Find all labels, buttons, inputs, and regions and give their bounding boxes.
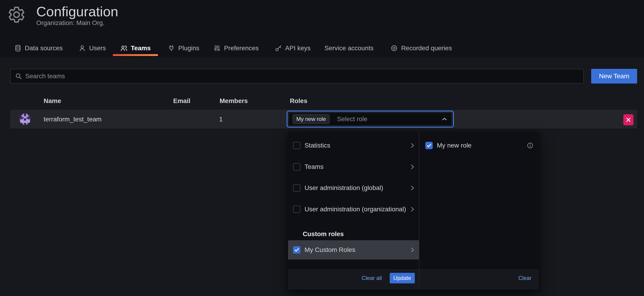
menu-item-statistics[interactable]: Statistics (288, 136, 419, 155)
record-icon (390, 44, 398, 52)
tab-data-sources[interactable]: Data sources (7, 39, 70, 57)
checkbox-unchecked[interactable] (293, 163, 300, 171)
update-button[interactable]: Update (390, 273, 415, 283)
checkbox-unchecked[interactable] (293, 184, 300, 192)
search-field[interactable] (25, 72, 580, 80)
active-tab-underline (113, 54, 158, 56)
tab-plugins[interactable]: Plugins (160, 39, 207, 57)
dropdown-body: Statistics Teams User administration (gl… (288, 132, 539, 269)
custom-roles-group-header: Custom roles (303, 230, 344, 238)
tab-service-accounts[interactable]: Service accounts (317, 39, 381, 57)
tab-label: API keys (285, 44, 310, 52)
menu-item-label: Statistics (304, 142, 411, 149)
menu-item-user-admin-global[interactable]: User administration (global) (288, 178, 419, 198)
info-icon[interactable] (527, 142, 533, 149)
menu-item-label: Teams (304, 163, 411, 171)
check-icon (426, 143, 432, 148)
menu-item-label: User administration (organizational) (304, 206, 411, 213)
user-icon (78, 44, 86, 52)
menu-item-label: My Custom Roles (304, 246, 411, 254)
dropdown-footer-left: Clear all Update (288, 273, 419, 283)
chevron-up-icon[interactable] (442, 117, 447, 121)
grafana-teams-page: Configuration Organization: Main Org. Da… (0, 0, 644, 296)
plug-icon (168, 44, 175, 52)
selected-role-tag-label: My new role (296, 116, 326, 122)
team-avatar (19, 113, 31, 125)
tab-label: Preferences (224, 44, 258, 52)
sliders-icon (213, 44, 221, 52)
tab-label: Plugins (178, 44, 199, 52)
chevron-right-icon (411, 247, 414, 252)
role-picker-input[interactable]: My new role Select role (288, 112, 452, 126)
clear-button[interactable]: Clear (518, 275, 532, 281)
tab-users[interactable]: Users (71, 39, 113, 57)
chevron-right-icon (411, 185, 414, 190)
new-team-button[interactable]: New Team (591, 69, 637, 83)
column-header-roles: Roles (290, 97, 307, 105)
selected-role-tag[interactable]: My new role (292, 114, 330, 124)
menu-item-label: User administration (global) (304, 184, 411, 192)
gear-icon (7, 5, 26, 24)
menu-item-my-custom-roles[interactable]: My Custom Roles (288, 240, 419, 260)
tab-api-keys[interactable]: API keys (267, 39, 318, 57)
dropdown-footer: Clear all Update Clear (288, 269, 539, 290)
role-submenu: My new role (420, 132, 539, 269)
close-icon (626, 117, 631, 122)
chevron-right-icon (411, 143, 414, 148)
dropdown-footer-right: Clear (420, 275, 539, 281)
tab-teams[interactable]: Teams (113, 39, 158, 57)
submenu-item-my-new-role[interactable]: My new role (420, 136, 539, 155)
checkbox-unchecked[interactable] (293, 206, 300, 213)
search-icon (15, 73, 22, 80)
submenu-item-label: My new role (437, 142, 527, 149)
check-icon (294, 247, 299, 252)
delete-team-button[interactable] (623, 114, 634, 125)
database-icon (14, 44, 22, 52)
menu-item-teams[interactable]: Teams (288, 157, 419, 176)
role-picker[interactable]: My new role Select role (287, 111, 454, 128)
menu-item-user-admin-org[interactable]: User administration (organizational) (288, 200, 419, 219)
chevron-right-icon (411, 164, 414, 169)
role-picker-dropdown: Statistics Teams User administration (gl… (288, 132, 539, 290)
tab-label: Data sources (25, 44, 63, 52)
checkbox-unchecked[interactable] (293, 142, 300, 149)
role-menu: Statistics Teams User administration (gl… (288, 132, 419, 269)
role-picker-placeholder: Select role (337, 115, 367, 123)
column-header-email: Email (173, 97, 190, 105)
team-name[interactable]: terraform_test_team (44, 116, 102, 123)
checkbox-checked[interactable] (425, 142, 433, 149)
page-subtitle: Organization: Main Org. (36, 19, 104, 27)
tab-label: Teams (131, 44, 151, 52)
content: New Team Name Email Members Roles (0, 57, 644, 296)
tab-label: Users (89, 44, 106, 52)
column-header-members: Members (220, 97, 248, 105)
tab-label: Service accounts (324, 44, 374, 52)
key-icon (275, 44, 282, 52)
search-input[interactable] (10, 69, 584, 83)
tab-recorded-queries[interactable]: Recorded queries (383, 39, 459, 57)
tab-preferences[interactable]: Preferences (206, 39, 266, 57)
page-title: Configuration (36, 4, 118, 19)
column-header-name: Name (44, 97, 61, 105)
chevron-right-icon (411, 207, 414, 212)
users-icon (120, 44, 128, 52)
clear-all-button[interactable]: Clear all (362, 275, 382, 281)
new-team-label: New Team (599, 72, 629, 80)
tab-label: Recorded queries (401, 44, 452, 52)
checkbox-checked[interactable] (293, 246, 300, 254)
team-members-count: 1 (219, 116, 223, 123)
page-header: Configuration Organization: Main Org. Da… (0, 0, 644, 57)
